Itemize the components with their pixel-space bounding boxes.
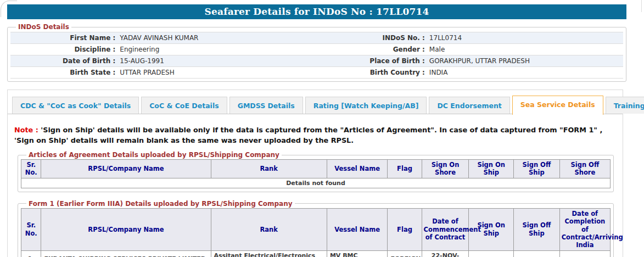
cell-sr-no: 1. bbox=[21, 250, 41, 257]
table-row: 1. EKDANTA SHIPPING SERVICES PRIVATE LIM… bbox=[21, 250, 611, 257]
field-value: INDIA bbox=[427, 67, 623, 79]
field-label: INDoS No. : bbox=[320, 32, 427, 44]
column-header: RPSL/Company Name bbox=[41, 160, 211, 178]
table-header-row: Sr. No. RPSL/Company Name Rank Vessel Na… bbox=[21, 208, 611, 250]
articles-of-agreement-legend: Articles of Agreement Details uploaded b… bbox=[26, 151, 282, 159]
column-header: Flag bbox=[388, 208, 422, 250]
field-value: 15-AUG-1991 bbox=[117, 55, 320, 67]
cell-vessel-name: MV BMC ENDORA bbox=[327, 250, 388, 257]
sea-service-panel: CDC & "CoC as Cook" Details CoC & CoE De… bbox=[7, 90, 623, 257]
seafarer-details-panel: Seafarer Details for INDoS No : 17LL0714… bbox=[7, 4, 626, 82]
details-not-found-message: Details not found bbox=[21, 178, 611, 188]
details-tabbar: CDC & "CoC as Cook" Details CoC & CoE De… bbox=[8, 90, 623, 114]
indos-details-legend: INDoS Details bbox=[16, 23, 71, 31]
column-header: Sr. No. bbox=[21, 208, 41, 250]
cell-commencement-date: 22-NOV-2018 bbox=[422, 250, 469, 257]
field-label: Discipline : bbox=[10, 44, 117, 55]
field-label: First Name : bbox=[10, 32, 117, 44]
cell-flag: FOREIGN bbox=[388, 250, 422, 257]
table-row: Details not found bbox=[21, 178, 611, 188]
column-header: RPSL/Company Name bbox=[41, 208, 211, 250]
tab-sea-service-details[interactable]: Sea Service Details bbox=[512, 96, 603, 115]
cell-completion-date bbox=[559, 250, 610, 257]
page-corner-decoration bbox=[1, 1, 17, 17]
table-row: Discipline : Engineering Gender : Male bbox=[10, 44, 623, 55]
field-label: Birth Country : bbox=[320, 67, 427, 79]
note-text: 'Sign on Ship' details will be available… bbox=[14, 126, 602, 144]
field-value: Male bbox=[427, 44, 623, 55]
indos-details-table: First Name : YADAV AVINASH KUMAR INDoS N… bbox=[10, 32, 623, 79]
column-header: Sign Off Ship bbox=[513, 160, 559, 178]
field-label: Birth State : bbox=[10, 67, 117, 79]
table-row: Birth State : UTTAR PRADESH Birth Countr… bbox=[10, 67, 623, 79]
cell-rank: Assitant Electrical/Electronics Officer bbox=[211, 250, 327, 257]
column-header: Flag bbox=[388, 160, 422, 178]
column-header: Sign On Ship bbox=[469, 160, 514, 178]
form1-details-table: Sr. No. RPSL/Company Name Rank Vessel Na… bbox=[21, 208, 611, 257]
cell-sign-on-ship bbox=[469, 250, 514, 257]
table-row: First Name : YADAV AVINASH KUMAR INDoS N… bbox=[10, 32, 623, 44]
column-header: Rank bbox=[211, 160, 327, 178]
indos-details-fieldset: INDoS Details First Name : YADAV AVINASH… bbox=[7, 23, 626, 82]
form1-details-fieldset: Form 1 (Earlier Form IIIA) Details uploa… bbox=[18, 200, 614, 257]
tab-rating-watch-keeping-ab[interactable]: Rating [Watch Keeping/AB] bbox=[305, 97, 427, 114]
field-value: GORAKHPUR, UTTAR PRADESH bbox=[427, 55, 623, 67]
column-header: Date of Completion of Contract/Arriving … bbox=[559, 208, 610, 250]
column-header: Sr. No. bbox=[21, 160, 41, 178]
note-prefix: Note : bbox=[14, 126, 38, 134]
field-value: 17LL0714 bbox=[427, 32, 623, 44]
page-edge-decoration bbox=[641, 0, 642, 12]
tab-dc-endorsement[interactable]: DC Endorsement bbox=[429, 97, 509, 114]
column-header: Sign Off Ship bbox=[513, 208, 559, 250]
table-header-row: Sr. No. RPSL/Company Name Rank Vessel Na… bbox=[21, 160, 611, 178]
field-label: Date of Birth : bbox=[10, 55, 117, 67]
field-value: Engineering bbox=[117, 44, 320, 55]
column-header: Date of Commencement of Contract bbox=[422, 208, 469, 250]
field-label: Place of Birth : bbox=[320, 55, 427, 67]
sign-on-ship-note: Note : 'Sign on Ship' details will be av… bbox=[14, 125, 616, 146]
column-header: Rank bbox=[211, 208, 327, 250]
table-row: Date of Birth : 15-AUG-1991 Place of Bir… bbox=[10, 55, 623, 67]
column-header: Vessel Name bbox=[327, 160, 388, 178]
form1-details-legend: Form 1 (Earlier Form IIIA) Details uploa… bbox=[26, 200, 295, 208]
tab-coc-coe-details[interactable]: CoC & CoE Details bbox=[141, 97, 227, 114]
page-title: Seafarer Details for INDoS No : 17LL0714 bbox=[7, 4, 626, 19]
tab-training-details[interactable]: Training Details bbox=[606, 97, 644, 114]
column-header: Sign Off Shore bbox=[559, 160, 610, 178]
tab-gmdss-details[interactable]: GMDSS Details bbox=[229, 97, 303, 114]
cell-company-name: EKDANTA SHIPPING SERVICES PRIVATE LIMITE… bbox=[41, 250, 211, 257]
column-header: Vessel Name bbox=[327, 208, 388, 250]
field-value: YADAV AVINASH KUMAR bbox=[117, 32, 320, 44]
field-label: Gender : bbox=[320, 44, 427, 55]
cell-sign-off-ship bbox=[513, 250, 559, 257]
tab-cdc-coc-as-cook-details[interactable]: CDC & "CoC as Cook" Details bbox=[12, 97, 139, 114]
field-value: UTTAR PRADESH bbox=[117, 67, 320, 79]
articles-of-agreement-fieldset: Articles of Agreement Details uploaded b… bbox=[18, 151, 614, 192]
articles-of-agreement-table: Sr. No. RPSL/Company Name Rank Vessel Na… bbox=[21, 159, 611, 188]
column-header: Sign On Shore bbox=[422, 160, 469, 178]
